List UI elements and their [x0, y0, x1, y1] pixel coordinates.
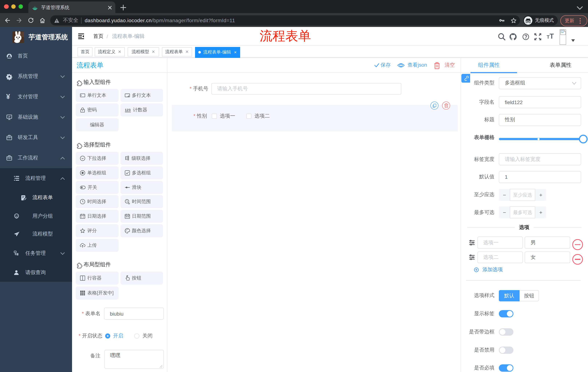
svg-text:123: 123 [125, 108, 130, 112]
